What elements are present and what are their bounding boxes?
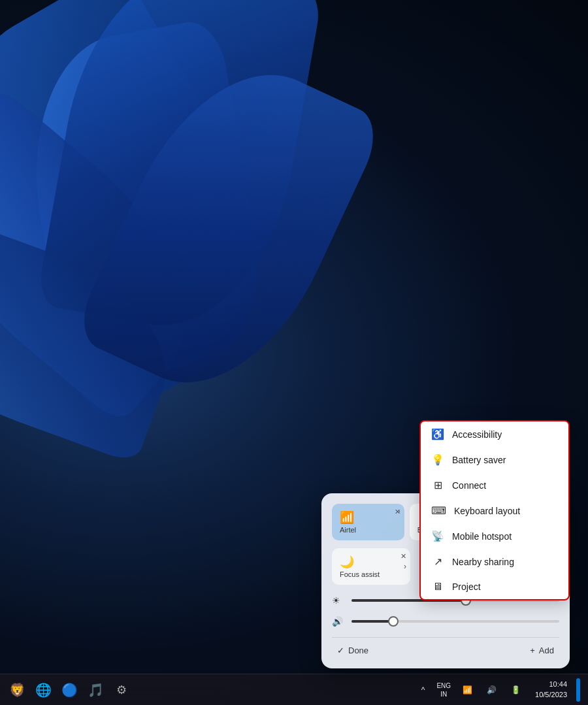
chevron-icon: ^ [421, 685, 425, 695]
accessibility-label: Accessibility [452, 429, 502, 440]
focus-label: Focus assist [340, 570, 380, 578]
keyboard-layout-icon: ⌨ [431, 504, 446, 517]
systray-chevron[interactable]: ^ [416, 683, 431, 697]
wifi-systray-icon: 📶 [463, 685, 472, 695]
volume-fill [351, 620, 393, 623]
wifi-icon: 📶 [340, 510, 354, 525]
project-icon: 🖥 [431, 581, 444, 593]
taskbar-spotify[interactable]: 🎵 [84, 678, 107, 702]
taskbar-sys-tray: ^ ENG IN 📶 🔊 🔋 10:44 10/5/2023 [416, 678, 583, 702]
brightness-icon: ☀ [332, 595, 345, 606]
wifi-button[interactable]: ✕ 📶 › Airtel [332, 504, 404, 540]
menu-item-battery-saver[interactable]: 💡 Battery saver [421, 447, 568, 472]
battery-systray[interactable]: 🔋 [506, 683, 526, 697]
system-clock[interactable]: 10:44 10/5/2023 [530, 678, 572, 701]
taskbar-apps: 🦁 🌐 🔵 🎵 ⚙ [5, 678, 416, 702]
wifi-expand-icon[interactable]: › [398, 508, 400, 515]
focus-pin-icon[interactable]: ✕ [400, 552, 406, 561]
language-indicator[interactable]: ENG IN [434, 680, 453, 700]
done-check-icon: ✓ [337, 646, 344, 655]
lang-line2: IN [436, 690, 451, 698]
connect-label: Connect [452, 480, 486, 491]
volume-icon: 🔊 [332, 616, 345, 627]
taskbar-settings[interactable]: ⚙ [110, 678, 133, 702]
nearby-sharing-icon: ↗ [431, 555, 444, 568]
accessibility-icon: ♿ [431, 428, 444, 440]
clock-time: 10:44 [535, 680, 567, 689]
notification-indicator[interactable] [576, 678, 580, 702]
add-button[interactable]: + Add [525, 643, 559, 658]
lang-line1: ENG [436, 681, 451, 690]
mobile-hotspot-label: Mobile hotspot [452, 531, 512, 542]
add-items-dropdown: ♿ Accessibility 💡 Battery saver ⊞ Connec… [419, 420, 570, 600]
menu-item-accessibility[interactable]: ♿ Accessibility [421, 421, 568, 447]
done-button[interactable]: ✓ Done [332, 643, 374, 658]
menu-item-keyboard-layout[interactable]: ⌨ Keyboard layout [421, 498, 568, 523]
menu-item-nearby-sharing[interactable]: ↗ Nearby sharing [421, 549, 568, 574]
add-plus-icon: + [530, 646, 535, 655]
wifi-systray[interactable]: 📶 [457, 683, 478, 697]
battery-saver-label: Battery saver [452, 455, 506, 465]
volume-thumb[interactable] [388, 616, 399, 627]
focus-chevron-icon: › [404, 562, 406, 571]
project-label: Project [452, 582, 481, 592]
clock-date: 10/5/2023 [535, 690, 567, 700]
volume-slider[interactable] [351, 620, 559, 623]
nearby-sharing-label: Nearby sharing [452, 557, 514, 567]
volume-row: 🔊 [332, 614, 559, 629]
focus-moon-icon: 🌙 [340, 555, 354, 569]
menu-item-connect[interactable]: ⊞ Connect [421, 472, 568, 498]
taskbar-brave[interactable]: 🦁 [5, 678, 29, 702]
focus-assist-button[interactable]: ✕ 🌙 Focus assist › [332, 548, 410, 585]
mobile-hotspot-icon: 📡 [431, 530, 444, 542]
add-label: Add [539, 646, 554, 655]
menu-item-mobile-hotspot[interactable]: 📡 Mobile hotspot [421, 523, 568, 549]
panel-bottom: ✓ Done + Add [332, 637, 559, 658]
keyboard-layout-label: Keyboard layout [454, 506, 520, 516]
done-label: Done [348, 646, 368, 655]
battery-systray-icon: 🔋 [511, 685, 521, 695]
volume-systray-icon: 🔊 [487, 685, 497, 695]
connect-icon: ⊞ [431, 479, 444, 491]
wifi-label: Airtel [340, 526, 356, 534]
volume-systray[interactable]: 🔊 [482, 683, 502, 697]
menu-item-project[interactable]: 🖥 Project [421, 574, 568, 599]
taskbar-edge[interactable]: 🌐 [31, 678, 55, 702]
taskbar-chrome[interactable]: 🔵 [57, 678, 81, 702]
battery-saver-icon: 💡 [431, 453, 444, 466]
taskbar: 🦁 🌐 🔵 🎵 ⚙ ^ ENG IN 📶 🔊 🔋 10:44 10/5/2023 [0, 674, 588, 705]
